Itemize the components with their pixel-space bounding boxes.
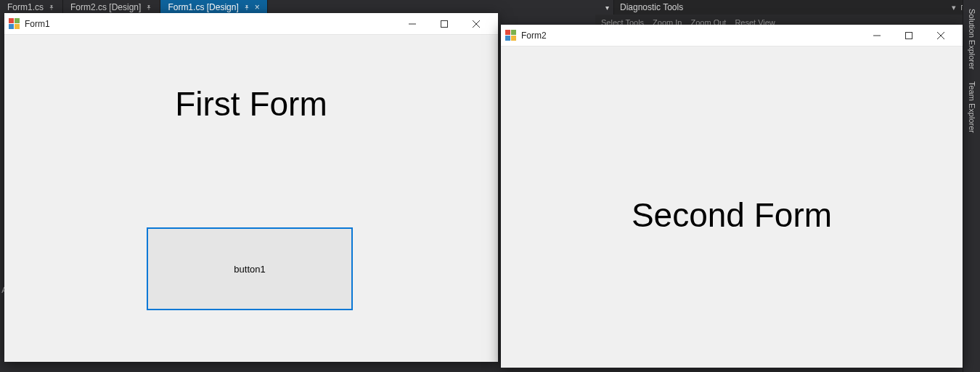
document-tabs: Form1.cs 🖈 Form2.cs [Design] 🖈 Form1.cs …	[0, 0, 268, 15]
titlebar-form1[interactable]: Form1	[4, 13, 498, 35]
window-title: Form2	[521, 31, 547, 41]
diagnostic-tools-header: Diagnostic Tools ▾ ⊓ ×	[613, 0, 980, 15]
close-button[interactable]	[925, 25, 957, 46]
client-area: First Form button1	[4, 35, 498, 362]
pin-icon: 🖈	[145, 4, 152, 12]
minimize-button[interactable]	[396, 13, 428, 35]
tab-label: Form1.cs	[7, 2, 44, 12]
close-icon	[473, 20, 480, 28]
tab-label: Form1.cs [Design]	[168, 2, 238, 12]
minimize-button[interactable]	[861, 25, 893, 46]
tab-form1-cs[interactable]: Form1.cs 🖈	[0, 0, 63, 15]
vtab-team-explorer[interactable]: Team Explorer	[966, 77, 978, 137]
maximize-button[interactable]	[428, 13, 460, 35]
window-form1: Form1 First Form button1	[4, 13, 498, 362]
pin-icon: 🖈	[243, 4, 250, 12]
button1-text: button1	[234, 264, 265, 275]
label-second-form: Second Form	[501, 195, 963, 235]
app-icon	[505, 30, 517, 41]
button1[interactable]: button1	[147, 227, 353, 310]
maximize-button[interactable]	[893, 25, 925, 46]
pin-icon: 🖈	[48, 4, 55, 12]
window-menu-icon[interactable]: ▾	[952, 3, 956, 12]
tab-form2-design[interactable]: Form2.cs [Design] 🖈	[63, 0, 160, 15]
vtab-solution-explorer[interactable]: Solution Explorer	[966, 4, 978, 74]
minimize-icon	[409, 20, 416, 28]
maximize-icon	[905, 32, 912, 39]
close-tab-icon[interactable]: ×	[255, 2, 260, 12]
tab-form1-design[interactable]: Form1.cs [Design] 🖈 ×	[160, 0, 267, 15]
window-title: Form1	[25, 19, 50, 29]
client-area: Second Form	[501, 46, 963, 368]
ide-right-sidebar-tabs: Solution Explorer Team Explorer	[963, 0, 980, 372]
titlebar-form2[interactable]: Form2	[501, 25, 963, 46]
diagnostic-tools-title: Diagnostic Tools	[620, 2, 683, 12]
close-icon	[937, 32, 944, 39]
svg-rect-1	[441, 20, 448, 27]
tab-overflow-dropdown[interactable]: ▾	[600, 0, 613, 15]
minimize-icon	[873, 32, 881, 39]
label-first-form: First Form	[4, 84, 498, 124]
svg-rect-5	[906, 32, 912, 39]
close-button[interactable]	[460, 13, 492, 35]
tab-label: Form2.cs [Design]	[70, 2, 141, 12]
window-form2: Form2 Second Form	[501, 25, 963, 368]
maximize-icon	[441, 20, 448, 28]
app-icon	[9, 18, 20, 30]
